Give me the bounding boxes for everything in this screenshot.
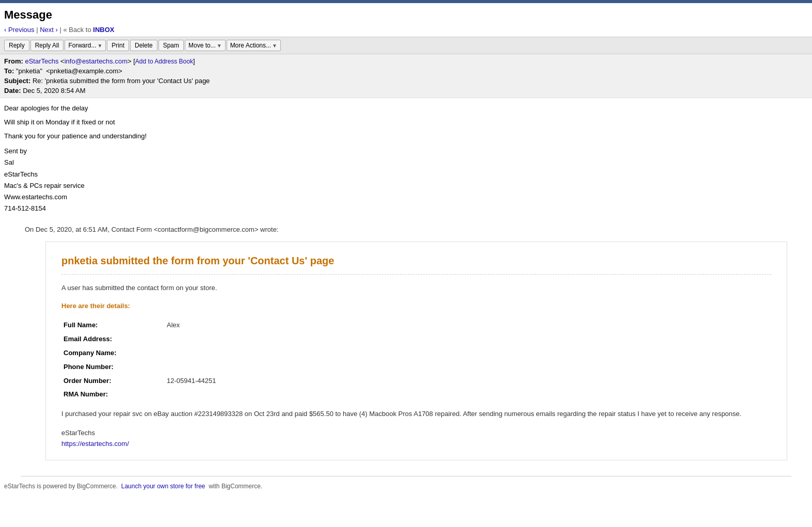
embedded-footer: eStarTechs https://estartechs.com/: [61, 428, 771, 450]
subject-row: Subject: Re: 'pnketia submitted the form…: [4, 76, 808, 86]
field-label: Order Number:: [61, 374, 165, 388]
back-to-inbox-link[interactable]: « Back to INBOX: [63, 26, 114, 34]
field-label: Company Name:: [61, 346, 165, 360]
table-row: Order Number:12-05941-44251: [61, 374, 771, 388]
move-to-dropdown[interactable]: Move to... ▼: [185, 40, 226, 51]
signature-phone: 714-512-8154: [4, 203, 808, 214]
quoted-section: On Dec 5, 2020, at 6:51 AM, Contact Form…: [25, 225, 808, 460]
signature-name: Sal: [4, 157, 808, 168]
previous-link[interactable]: ‹ Previous: [4, 26, 35, 34]
subject-label: Subject:: [4, 77, 33, 85]
embedded-divider: [61, 274, 771, 275]
next-link[interactable]: Next ›: [40, 26, 58, 34]
forward-dropdown[interactable]: Forward... ▼: [65, 40, 106, 51]
field-label: Email Address:: [61, 332, 165, 346]
field-label: Phone Number:: [61, 360, 165, 374]
table-row: Phone Number:: [61, 360, 771, 374]
table-row: RMA Number:: [61, 388, 771, 402]
footer-launch-link[interactable]: Launch your own store for free: [121, 483, 205, 490]
footer-link[interactable]: https://estartechs.com/: [61, 440, 129, 448]
table-row: Email Address:: [61, 332, 771, 346]
to-label: To:: [4, 67, 16, 75]
to-name: "pnketia": [16, 67, 42, 75]
signature-sent-by: Sent by: [4, 146, 808, 157]
table-row: Full Name:Alex: [61, 318, 771, 332]
to-email: pnketia@example.com: [50, 67, 118, 75]
body-line-3: Thank you for your patience and understa…: [4, 131, 808, 142]
table-row: Company Name:: [61, 346, 771, 360]
email-body: Dear apologies for the delay Will ship i…: [0, 98, 812, 471]
from-name-link[interactable]: eStarTechs: [25, 57, 58, 65]
toolbar: Reply Reply All Forward... ▼ Print Delet…: [0, 37, 812, 54]
date-value: Dec 5, 2020 8:54 AM: [23, 87, 85, 94]
footer-divider: [21, 476, 791, 476]
reply-button[interactable]: Reply: [4, 40, 29, 51]
store-intro: A user has submitted the contact form on…: [61, 283, 771, 294]
field-value: [165, 346, 771, 360]
subject-value: Re: 'pnketia submitted the form from you…: [33, 77, 210, 85]
quoted-intro: On Dec 5, 2020, at 6:51 AM, Contact Form…: [25, 225, 808, 235]
footer-text-before: eStarTechs is powered by BigCommerce.: [4, 483, 118, 490]
footer-company: eStarTechs: [61, 428, 771, 439]
to-row: To: "pnketia" <pnketia@example.com>: [4, 66, 808, 76]
field-value: Alex: [165, 318, 771, 332]
from-label: From:: [4, 57, 25, 65]
signature-website: Www.estartechs.com: [4, 191, 808, 203]
embedded-email-title: pnketia submitted the form from your 'Co…: [61, 252, 771, 269]
from-row: From: eStarTechs <info@estartechs.com> […: [4, 56, 808, 66]
body-line-1: Dear apologies for the delay: [4, 103, 808, 114]
details-table: Full Name:AlexEmail Address:Company Name…: [61, 318, 771, 402]
nav-links: ‹ Previous | Next › | « Back to INBOX: [0, 25, 812, 37]
spam-button[interactable]: Spam: [158, 40, 184, 51]
field-label: RMA Number:: [61, 388, 165, 402]
field-value: [165, 360, 771, 374]
field-value: [165, 388, 771, 402]
field-value: 12-05941-44251: [165, 374, 771, 388]
from-email-link[interactable]: info@estartechs.com: [65, 57, 128, 65]
details-label: Here are their details:: [61, 301, 771, 312]
move-to-arrow-icon: ▼: [217, 43, 222, 49]
email-headers: From: eStarTechs <info@estartechs.com> […: [0, 54, 812, 98]
date-label: Date:: [4, 87, 23, 94]
date-row: Date: Dec 5, 2020 8:54 AM: [4, 86, 808, 95]
signature-company: eStarTechs: [4, 169, 808, 180]
page-footer: eStarTechs is powered by BigCommerce. La…: [0, 480, 812, 493]
more-actions-arrow-icon: ▼: [272, 43, 277, 49]
field-label: Full Name:: [61, 318, 165, 332]
more-actions-dropdown[interactable]: More Actions... ▼: [227, 40, 281, 51]
page-title: Message: [0, 3, 812, 25]
add-to-address-book-link[interactable]: Add to Address Book: [135, 58, 193, 65]
embedded-email: pnketia submitted the form from your 'Co…: [45, 242, 787, 460]
signature-tagline: Mac's & PCs repair service: [4, 180, 808, 191]
field-value: [165, 332, 771, 346]
message-field: I purchased your repair svc on eBay auct…: [61, 409, 771, 420]
body-line-2: Will ship it on Monday if it fixed or no…: [4, 117, 808, 128]
signature: Sent by Sal eStarTechs Mac's & PCs repai…: [4, 146, 808, 214]
reply-all-button[interactable]: Reply All: [30, 40, 64, 51]
print-button[interactable]: Print: [107, 40, 129, 51]
footer-text-after: with BigCommerce.: [209, 483, 262, 490]
delete-button[interactable]: Delete: [130, 40, 157, 51]
forward-arrow-icon: ▼: [97, 43, 102, 49]
